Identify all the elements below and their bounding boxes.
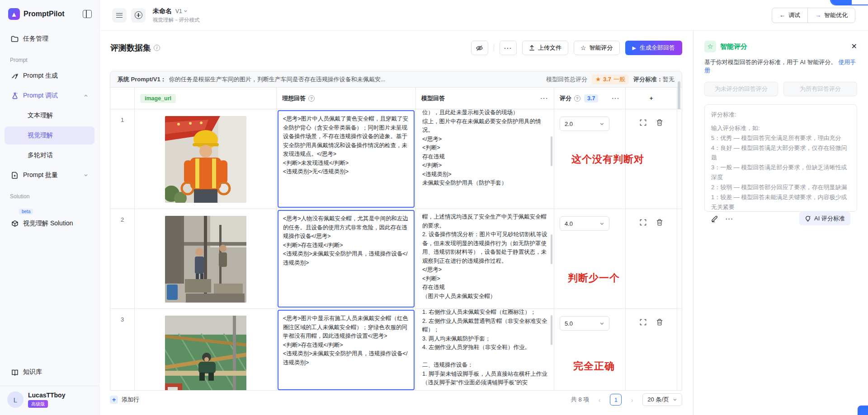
- plus-icon: +: [110, 396, 118, 404]
- table-scrollbar-track: [677, 109, 682, 209]
- image-cell[interactable]: [135, 109, 277, 209]
- sidebar-item-prompt-generate[interactable]: Prompt 生成: [5, 67, 94, 85]
- system-prompt-bar[interactable]: 系统 Prompt/V1： 你的任务是根据生产车间的图片，判断生产车间是否存在违…: [110, 71, 682, 88]
- row-number: 2: [110, 209, 135, 308]
- collapse-sidebar-icon[interactable]: [83, 10, 92, 18]
- current-page-button[interactable]: 1: [610, 394, 622, 406]
- page-title: 评测数据集 i: [110, 42, 160, 53]
- logo-row: ▲ PromptPilot: [0, 0, 99, 20]
- prev-page-button[interactable]: ‹: [594, 394, 605, 406]
- sidebar-item-text-understanding[interactable]: 文本理解: [5, 107, 94, 125]
- model-answer-text: 1. 右侧作业人员未佩戴安全帽（红圈标注）； 2. 左侧作业人员佩戴普通鸭舌帽（…: [422, 309, 547, 387]
- cell-scrollbar-thumb[interactable]: [551, 234, 552, 264]
- ideal-answer-text: <思考>图片中显示有施工人员未佩戴安全帽（红色圈注区域的工人未佩戴安全帽）；穿绿…: [283, 314, 409, 367]
- new-document-button[interactable]: [131, 8, 146, 23]
- sidebar-item-task-management[interactable]: 任务管理: [5, 30, 94, 48]
- score-dropdown[interactable]: 2.0: [560, 117, 609, 131]
- score-all-button[interactable]: 为所有回答评分: [783, 82, 857, 96]
- total-score-label: 模型回答总评分: [546, 75, 587, 84]
- col-model-answer[interactable]: 模型回答 ···: [416, 88, 554, 109]
- criteria-more-button[interactable]: ···: [726, 215, 734, 222]
- page-title-text: 评测数据集: [110, 42, 151, 53]
- model-header-label: 模型回答: [421, 94, 445, 103]
- col-image-url[interactable]: image_url: [135, 88, 277, 109]
- upload-icon: [529, 45, 535, 51]
- version-label: V1: [175, 8, 182, 14]
- ai-criteria-label: AI 评分标准: [814, 214, 845, 223]
- page-size-select[interactable]: 20 条/页: [642, 393, 682, 406]
- logo-text: PromptPilot: [24, 10, 83, 18]
- col-score[interactable]: 评分 ? 3.7 ···: [554, 88, 626, 109]
- model-answer-cell[interactable]: 位），且此处未显示相关设备的现场） 综上，图片中存在未佩戴必要安全防护用具的情况…: [416, 109, 554, 209]
- chevron-down-icon: [599, 121, 604, 126]
- table-scrollbar[interactable]: [677, 88, 682, 109]
- star-icon: ☆: [704, 41, 716, 52]
- table-row: 1: [110, 109, 682, 209]
- col-ideal-answer[interactable]: 理想回答 ?: [277, 88, 416, 109]
- sidebar-item-prompt-batch[interactable]: Prompt 批量: [5, 166, 94, 184]
- debug-button[interactable]: ← 调试: [772, 8, 807, 23]
- trash-icon[interactable]: [656, 319, 663, 326]
- ideal-answer-cell[interactable]: <思考>图片中人员佩戴了黄色安全帽，且穿戴了安全防护背心（含安全带类装备）；同时…: [277, 109, 416, 209]
- model-answer-cell[interactable]: 1. 右侧作业人员未佩戴安全帽（红圈标注）； 2. 左侧作业人员佩戴普通鸭舌帽（…: [416, 309, 554, 391]
- add-column-button[interactable]: +: [626, 88, 677, 109]
- sidebar-item-multi-turn-dialog[interactable]: 多轮对话: [5, 146, 94, 164]
- smart-optimize-button[interactable]: → 智能优化: [807, 8, 855, 23]
- more-actions-button[interactable]: ···: [500, 41, 517, 55]
- user-block[interactable]: L LucasTTboy 高级版: [0, 386, 99, 415]
- sidebar-item-vision-solution[interactable]: 视觉理解 Solution: [5, 214, 94, 233]
- version-dropdown[interactable]: V1: [175, 8, 188, 14]
- cell-scrollbar-thumb[interactable]: [551, 315, 552, 345]
- sidebar-item-prompt-debug[interactable]: Prompt 调试: [5, 87, 94, 105]
- chevron-up-icon: [84, 92, 88, 99]
- model-answer-cell[interactable]: 帽，上述情况均违反了安全生产中关于佩戴安全帽的要求。 2. 设备操作情况分析：图…: [416, 209, 554, 308]
- section-label-solution: Solution: [0, 185, 99, 202]
- star-sparkle-icon: ☆: [580, 44, 586, 51]
- arrow-right-icon: →: [815, 12, 821, 19]
- help-icon[interactable]: ?: [574, 95, 580, 102]
- expand-icon[interactable]: [640, 319, 646, 326]
- score-cell: 5.0: [554, 309, 626, 391]
- hide-columns-button[interactable]: [471, 41, 488, 55]
- ideal-answer-cell[interactable]: <思考>人物没有佩戴安全帽，尤其是中间的和左边的任务。且设备的使用方式非常危险，…: [277, 209, 416, 308]
- sidebar-item-label: Prompt 批量: [23, 171, 58, 179]
- ai-criteria-button[interactable]: AI 评分标准: [799, 212, 850, 225]
- image-cell[interactable]: [135, 209, 277, 308]
- trash-icon[interactable]: [656, 219, 663, 226]
- generate-all-button[interactable]: ▶ 生成全部回答: [625, 41, 682, 55]
- close-icon[interactable]: ✕: [851, 43, 857, 50]
- row-number: 1: [110, 109, 135, 209]
- smart-score-button[interactable]: ☆ 智能评分: [574, 41, 620, 55]
- score-value: 2.0: [565, 121, 573, 127]
- image-cell[interactable]: [135, 309, 277, 391]
- chevron-down-icon: [599, 221, 604, 226]
- score-dropdown[interactable]: 4.0: [560, 216, 609, 231]
- criteria-label: 评分标准：: [633, 76, 663, 83]
- sidebar-item-knowledge-base[interactable]: 知识库: [5, 363, 94, 381]
- score-column-menu[interactable]: ···: [612, 95, 620, 102]
- score-header-label: 评分: [560, 94, 571, 103]
- model-column-menu[interactable]: ···: [541, 95, 549, 102]
- score-unscored-button[interactable]: 为未评分的回答评分: [704, 82, 778, 96]
- expand-icon[interactable]: [640, 219, 646, 226]
- score-cell: 2.0: [554, 109, 626, 209]
- mode-subtitle: 视觉理解－评分模式: [153, 17, 200, 23]
- clipped-bottom-widget[interactable]: [858, 406, 868, 415]
- edit-pencil-icon[interactable]: [711, 215, 718, 222]
- chevron-down-icon: [673, 397, 677, 402]
- criteria-input[interactable]: 评分标准: 输入评分标准，如: 5：优秀 — 模型回答完全满足所有要求，理由充分…: [704, 104, 857, 212]
- ideal-answer-cell[interactable]: <思考>图片中显示有施工人员未佩戴安全帽（红色圈注区域的工人未佩戴安全帽）；穿绿…: [277, 309, 416, 391]
- cell-scrollbar-thumb[interactable]: [551, 136, 552, 166]
- panel-description: 基于你对模型回答的评分标准，用于 AI 智能评分。 使用手册: [704, 58, 857, 75]
- menu-button[interactable]: [112, 8, 127, 23]
- sidebar-item-vision-understanding[interactable]: 视觉理解: [5, 126, 94, 145]
- trash-icon[interactable]: [656, 119, 663, 126]
- help-icon[interactable]: ?: [308, 95, 315, 102]
- info-icon[interactable]: i: [154, 45, 160, 51]
- next-page-button[interactable]: ›: [626, 394, 638, 406]
- upload-file-button[interactable]: 上传文件: [522, 41, 568, 55]
- expand-icon[interactable]: [640, 119, 646, 126]
- add-row-button[interactable]: + 添加行: [110, 396, 139, 404]
- document-title: 未命名: [153, 7, 172, 15]
- score-dropdown[interactable]: 5.0: [560, 316, 609, 331]
